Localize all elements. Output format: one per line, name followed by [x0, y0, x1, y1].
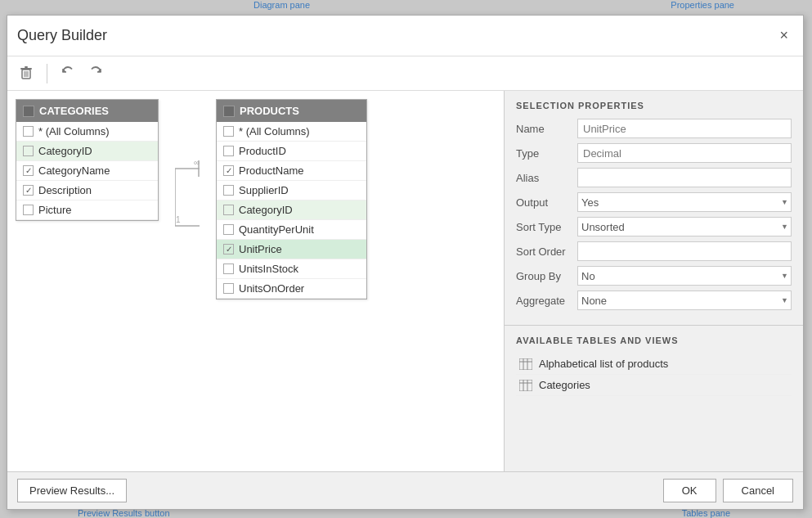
row-checkbox[interactable]	[23, 126, 34, 137]
row-checkbox[interactable]	[223, 205, 234, 215]
svg-rect-12	[519, 358, 532, 370]
list-item[interactable]: Alphabetical list of products	[516, 354, 792, 375]
row-checkbox[interactable]	[223, 283, 234, 294]
aggregate-label: Aggregate	[516, 295, 577, 307]
svg-rect-1	[20, 68, 32, 70]
redo-button[interactable]	[85, 61, 106, 86]
list-item[interactable]: Categories	[516, 375, 792, 396]
alias-row: Alias	[516, 168, 792, 187]
row-label: UnitPrice	[239, 243, 282, 255]
alias-input[interactable]	[577, 168, 792, 187]
output-row: Output Yes No	[516, 192, 792, 212]
query-builder-dialog: Query Builder ×	[7, 15, 804, 510]
group-by-select[interactable]: No Yes	[577, 266, 792, 286]
ok-button[interactable]: OK	[663, 479, 716, 502]
svg-rect-2	[25, 66, 28, 68]
table-icon	[519, 380, 532, 391]
svg-text:1: 1	[176, 215, 181, 224]
cancel-button[interactable]: Cancel	[723, 479, 793, 502]
output-select[interactable]: Yes No	[577, 192, 792, 212]
row-checkbox[interactable]: ✓	[23, 165, 34, 176]
sort-type-select-wrapper: Unsorted Ascending Descending	[577, 217, 792, 236]
row-checkbox[interactable]	[223, 126, 234, 137]
row-label: CategoryName	[38, 164, 110, 177]
row-checkbox[interactable]	[23, 146, 34, 156]
properties-pane-annotation: Properties pane	[671, 0, 734, 10]
close-button[interactable]: ×	[774, 25, 793, 46]
diagram-pane: CATEGORIES * (All Columns) CategoryID ✓	[7, 91, 505, 471]
table-row[interactable]: ✓ Description	[16, 181, 158, 200]
row-label: CategoryID	[38, 145, 92, 157]
aggregate-select-wrapper: None Sum Avg Min Max Count	[577, 291, 792, 310]
row-checkbox[interactable]	[223, 264, 234, 274]
svg-text:∞: ∞	[194, 158, 200, 167]
available-tables-title: AVAILABLE TABLES AND VIEWS	[516, 336, 792, 345]
table-row[interactable]: * (All Columns)	[217, 122, 366, 142]
type-row: Type	[516, 143, 792, 163]
table-row[interactable]: CategoryID	[217, 200, 366, 220]
group-by-select-wrapper: No Yes	[577, 266, 792, 286]
table-row[interactable]: CategoryID	[16, 142, 158, 161]
table-row[interactable]: UnitsOnOrder	[217, 279, 366, 299]
bottom-bar: Preview Results... OK Cancel	[7, 471, 803, 509]
row-label: Description	[38, 184, 92, 196]
bottom-right-buttons: OK Cancel	[663, 479, 793, 502]
name-label: Name	[516, 123, 577, 135]
table-row[interactable]: * (All Columns)	[16, 122, 158, 142]
row-label: * (All Columns)	[38, 125, 110, 137]
row-checkbox[interactable]	[23, 205, 34, 215]
categories-table-header: CATEGORIES	[16, 100, 158, 122]
alias-label: Alias	[516, 172, 577, 184]
undo-button[interactable]	[57, 61, 79, 86]
categories-table-title: CATEGORIES	[39, 105, 109, 117]
sort-order-label: Sort Order	[516, 245, 577, 258]
main-content: CATEGORIES * (All Columns) CategoryID ✓	[7, 91, 803, 471]
row-checkbox[interactable]	[223, 185, 234, 196]
preview-results-button[interactable]: Preview Results...	[17, 479, 127, 502]
dialog-header: Query Builder ×	[7, 16, 803, 56]
toolbar	[7, 56, 803, 91]
products-table-header: PRODUCTS	[217, 100, 366, 122]
svg-rect-16	[519, 380, 532, 391]
table-row[interactable]: ✓ UnitPrice	[217, 240, 366, 259]
row-label: UnitsOnOrder	[239, 282, 304, 295]
type-input[interactable]	[577, 143, 792, 163]
table-row[interactable]: ProductID	[217, 142, 366, 161]
products-header-checkbox[interactable]	[223, 106, 235, 117]
aggregate-select[interactable]: None Sum Avg Min Max Count	[577, 291, 792, 310]
products-table: PRODUCTS * (All Columns) ProductID ✓	[216, 99, 367, 300]
row-label: UnitsInStock	[239, 263, 298, 275]
table-row[interactable]: QuantityPerUnit	[217, 220, 366, 240]
table-row[interactable]: UnitsInStock	[217, 259, 366, 279]
name-input[interactable]	[577, 119, 792, 138]
row-label: SupplierID	[239, 184, 289, 196]
table-row[interactable]: SupplierID	[217, 181, 366, 200]
table-icon	[519, 358, 532, 370]
group-by-row: Group By No Yes	[516, 266, 792, 286]
table-row[interactable]: Picture	[16, 200, 158, 220]
aggregate-row: Aggregate None Sum Avg Min Max Count	[516, 291, 792, 310]
row-checkbox[interactable]: ✓	[223, 165, 234, 176]
row-checkbox[interactable]: ✓	[23, 185, 34, 196]
name-row: Name	[516, 119, 792, 138]
row-checkbox[interactable]: ✓	[223, 244, 234, 254]
row-label: * (All Columns)	[239, 125, 310, 137]
categories-header-checkbox[interactable]	[23, 106, 34, 117]
row-label: CategoryID	[239, 204, 293, 216]
row-checkbox[interactable]	[223, 146, 234, 156]
row-label: Picture	[38, 204, 71, 216]
row-checkbox[interactable]	[223, 224, 234, 235]
delete-button[interactable]	[16, 61, 37, 86]
right-panel: SELECTION PROPERTIES Name Type Alias	[505, 91, 803, 471]
table-row[interactable]: ✓ CategoryName	[16, 161, 158, 181]
sort-type-row: Sort Type Unsorted Ascending Descending	[516, 217, 792, 236]
row-label: QuantityPerUnit	[239, 223, 314, 236]
sort-type-select[interactable]: Unsorted Ascending Descending	[577, 217, 792, 236]
table-row[interactable]: ✓ ProductName	[217, 161, 366, 181]
sort-order-input[interactable]	[577, 241, 792, 261]
dialog-title: Query Builder	[17, 27, 107, 44]
selection-properties-title: SELECTION PROPERTIES	[516, 101, 792, 110]
products-table-title: PRODUCTS	[240, 105, 299, 117]
row-label: ProductName	[239, 164, 303, 177]
available-tables-section: AVAILABLE TABLES AND VIEWS Alphabetical …	[505, 326, 803, 471]
